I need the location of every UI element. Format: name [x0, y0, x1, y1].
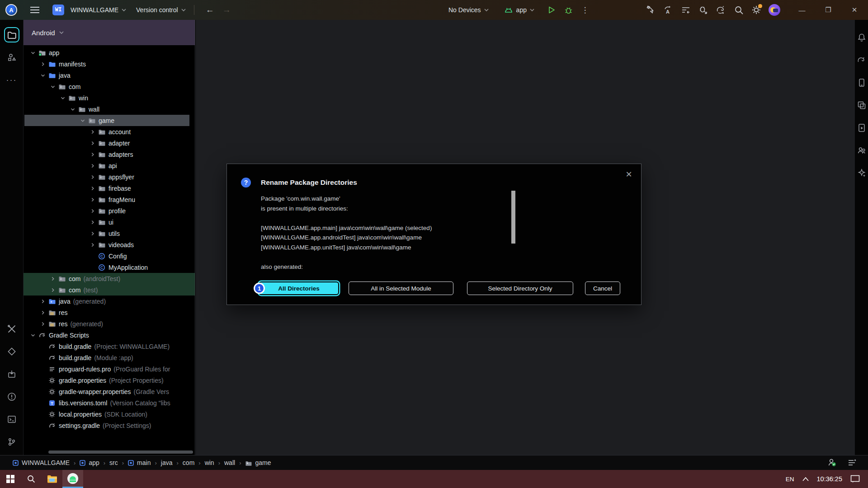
chevron-collapsed-icon[interactable]	[89, 207, 97, 215]
chevron-expanded-icon[interactable]	[59, 94, 67, 102]
build-hammer-icon[interactable]	[645, 5, 656, 15]
chevron-collapsed-icon[interactable]	[89, 173, 97, 181]
chevron-collapsed-icon[interactable]	[89, 196, 97, 204]
language-indicator[interactable]: EN	[786, 476, 794, 483]
chevron-collapsed-icon[interactable]	[89, 184, 97, 192]
version-control-icon[interactable]	[4, 434, 19, 450]
taskbar-search-icon[interactable]	[21, 470, 42, 488]
chevron-expanded-icon[interactable]	[29, 331, 37, 339]
debug-button[interactable]	[563, 5, 574, 15]
breadcrumb-item-game[interactable]: game	[245, 459, 271, 466]
breadcrumb-item-java[interactable]: java	[161, 459, 173, 466]
tree-row-gradle-wrapper-properties[interactable]: gradle-wrapper.properties(Gradle Vers	[24, 386, 195, 397]
android-studio-icon[interactable]	[62, 470, 83, 488]
attach-debugger-icon[interactable]	[698, 5, 709, 15]
tree-row-api[interactable]: api	[24, 160, 195, 171]
window-maximize-button[interactable]: ❐	[824, 6, 833, 14]
tree-row-com[interactable]: com(androidTest)	[24, 273, 195, 284]
tree-row-win[interactable]: win	[24, 92, 195, 103]
tree-row-utils[interactable]: utils	[24, 228, 195, 239]
build-box-icon[interactable]	[4, 366, 19, 382]
structure-icon[interactable]	[4, 50, 19, 65]
windows-start-icon[interactable]	[0, 470, 21, 488]
tree-row-ui[interactable]: ui	[24, 216, 195, 228]
window-minimize-button[interactable]: —	[797, 6, 807, 14]
tool-window-view-selector[interactable]: Android	[24, 20, 195, 45]
tree-row-manifests[interactable]: manifests	[24, 58, 195, 70]
tree-row-java[interactable]: java	[24, 70, 195, 81]
breadcrumb-item-winwallgame[interactable]: WINWALLGAME	[13, 459, 70, 466]
app-insights-icon[interactable]	[857, 145, 867, 155]
dialog-close-icon[interactable]: ✕	[624, 169, 634, 179]
tree-row-gradle-scripts[interactable]: Gradle Scripts	[24, 329, 195, 341]
more-actions-icon[interactable]: ⋮	[580, 5, 590, 15]
chevron-collapsed-icon[interactable]	[89, 230, 97, 238]
run-button[interactable]	[546, 5, 557, 15]
terminal-icon[interactable]	[4, 412, 19, 427]
chevron-expanded-icon[interactable]	[49, 83, 57, 91]
chevron-collapsed-icon[interactable]	[39, 309, 47, 317]
breadcrumb-item-app[interactable]: app	[80, 459, 99, 466]
vcs-menu[interactable]: Version control	[136, 6, 186, 14]
chevron-collapsed-icon[interactable]	[49, 275, 57, 283]
build-variants-icon[interactable]	[4, 321, 19, 337]
sync-translate-icon[interactable]: A	[663, 5, 674, 15]
diamond-icon[interactable]	[4, 344, 19, 359]
chevron-collapsed-icon[interactable]	[49, 286, 57, 294]
running-devices-icon[interactable]	[857, 123, 867, 133]
tree-row-myapplication[interactable]: CMyApplication	[24, 262, 195, 273]
tree-row-gradle-properties[interactable]: gradle.properties(Project Properties)	[24, 375, 195, 386]
layout-inspector-icon[interactable]	[857, 100, 867, 110]
settings-gear-icon[interactable]	[751, 5, 762, 15]
chevron-collapsed-icon[interactable]	[89, 128, 97, 136]
breadcrumb-item-wall[interactable]: wall	[224, 459, 235, 466]
show-hidden-icons-chevron[interactable]	[802, 477, 809, 481]
file-explorer-icon[interactable]	[42, 470, 62, 488]
notifications-bell-icon[interactable]	[857, 33, 867, 42]
user-avatar[interactable]	[769, 4, 780, 16]
dialog-scrollbar-thumb[interactable]	[511, 191, 515, 244]
tree-row-wall[interactable]: wall	[24, 103, 195, 115]
selected-directory-only-button[interactable]: Selected Directory Only	[467, 282, 573, 295]
tree-row-fragmenu[interactable]: fragMenu	[24, 194, 195, 205]
tree-row-appsflyer[interactable]: appsflyer	[24, 171, 195, 183]
all-in-selected-module-button[interactable]: All in Selected Module	[349, 282, 453, 295]
tree-row-java[interactable]: *java(generated)	[24, 296, 195, 307]
chevron-collapsed-icon[interactable]	[39, 60, 47, 68]
breadcrumb-item-com[interactable]: com	[183, 459, 194, 466]
clock[interactable]: 10:36:25	[817, 475, 842, 483]
breadcrumb-item-win[interactable]: win	[205, 459, 214, 466]
notification-center-icon[interactable]	[850, 475, 860, 483]
main-menu-icon[interactable]	[30, 6, 40, 14]
tree-row-app[interactable]: app	[24, 47, 195, 58]
tree-row-game[interactable]: game	[24, 115, 195, 126]
forward-arrow-icon[interactable]: →	[222, 5, 231, 15]
gradle-elephant-icon[interactable]	[857, 55, 867, 65]
user-check-icon[interactable]	[827, 458, 837, 468]
tree-row-res[interactable]: res	[24, 307, 195, 318]
gradle-sync-icon[interactable]	[716, 5, 726, 15]
tree-row-firebase[interactable]: firebase	[24, 183, 195, 194]
chevron-collapsed-icon[interactable]	[89, 139, 97, 147]
tree-row-build-gradle[interactable]: build.gradle(Project: WINWALLGAME)	[24, 341, 195, 352]
window-close-button[interactable]: ✕	[850, 6, 859, 14]
horizontal-scrollbar[interactable]	[48, 450, 193, 454]
chevron-expanded-icon[interactable]	[69, 105, 77, 113]
back-arrow-icon[interactable]: ←	[206, 5, 214, 15]
all-directories-button[interactable]: All Directories1	[259, 282, 339, 295]
tree-row-settings-gradle[interactable]: settings.gradle(Project Settings)	[24, 420, 195, 431]
tree-row-com[interactable]: com(test)	[24, 284, 195, 296]
project-folder-icon[interactable]	[4, 27, 19, 42]
tree-row-libs-versions-toml[interactable]: Tlibs.versions.toml(Version Catalog "lib…	[24, 397, 195, 408]
run-config-selector[interactable]: app	[504, 6, 534, 14]
project-selector[interactable]: WINWALLGAME	[71, 6, 126, 14]
chevron-collapsed-icon[interactable]	[39, 297, 47, 305]
chevron-expanded-icon[interactable]	[39, 71, 47, 80]
tree-row-adapter[interactable]: adapter	[24, 137, 195, 149]
breadcrumb-item-main[interactable]: main	[128, 459, 151, 466]
chevron-collapsed-icon[interactable]	[89, 162, 97, 170]
chevron-collapsed-icon[interactable]	[39, 320, 47, 328]
tree-row-local-properties[interactable]: local.properties(SDK Location)	[24, 408, 195, 420]
cancel-button[interactable]: Cancel	[585, 282, 620, 295]
more-icon[interactable]: ···	[4, 72, 19, 88]
